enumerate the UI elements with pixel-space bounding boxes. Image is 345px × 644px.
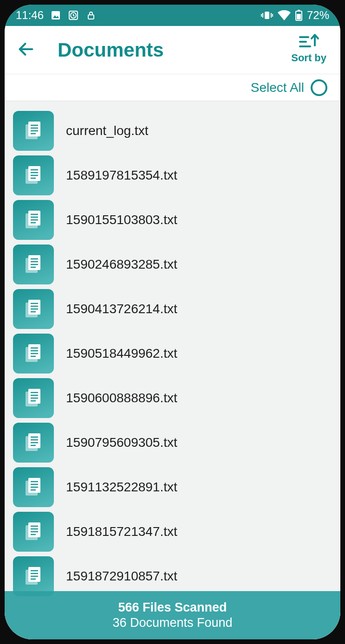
svg-rect-9 (272, 14, 273, 17)
document-icon (13, 334, 54, 374)
battery-icon (295, 10, 302, 21)
file-name: 1590795609305.txt (66, 435, 177, 450)
file-row[interactable]: 1590795609305.txt (5, 420, 340, 465)
found-count: 36 Documents Found (112, 616, 232, 630)
file-row[interactable]: 1590155103803.txt (5, 198, 340, 242)
page-title: Documents (58, 39, 164, 61)
sort-by-button[interactable]: Sort by (291, 32, 326, 64)
file-row[interactable]: 1591815721347.txt (5, 509, 340, 554)
status-right: 72% (261, 9, 329, 22)
file-name: 1591872910857.txt (66, 569, 177, 584)
file-name: 1590155103803.txt (66, 213, 177, 227)
document-icon (13, 155, 54, 195)
file-name: 1590518449962.txt (66, 346, 177, 361)
document-icon (13, 512, 54, 552)
file-row[interactable]: current_log.txt (5, 109, 340, 153)
file-list[interactable]: current_log.txt1589197815354.txt15901551… (5, 101, 340, 639)
file-name: 1590413726214.txt (66, 302, 177, 316)
document-icon (13, 378, 54, 418)
footer-bar: 566 Files Scanned 36 Documents Found (5, 591, 340, 639)
document-icon (13, 467, 54, 507)
svg-rect-7 (261, 14, 262, 17)
vibrate-icon (261, 11, 273, 20)
lock-icon (85, 10, 97, 21)
file-name: 1590246893285.txt (66, 257, 177, 272)
select-all-bar: Select All (5, 74, 340, 101)
status-bar: 11:46 72% (5, 5, 340, 26)
svg-rect-8 (271, 13, 272, 18)
wifi-icon (278, 10, 291, 20)
file-name: current_log.txt (66, 123, 148, 138)
sort-icon (298, 32, 319, 50)
file-row[interactable]: 1590413726214.txt (5, 287, 340, 331)
battery-text: 72% (307, 9, 329, 22)
status-time: 11:46 (16, 9, 44, 22)
file-name: 1591815721347.txt (66, 524, 177, 539)
file-row[interactable]: 1589197815354.txt (5, 153, 340, 198)
clock-icon (68, 10, 79, 21)
document-icon (13, 423, 54, 463)
file-name: 1589197815354.txt (66, 168, 177, 183)
document-icon (13, 289, 54, 329)
app-bar: Documents Sort by (5, 26, 340, 74)
document-icon (13, 111, 54, 151)
svg-rect-5 (265, 12, 269, 19)
back-button[interactable] (17, 40, 37, 60)
document-icon (13, 200, 54, 240)
file-row[interactable]: 1590246893285.txt (5, 242, 340, 287)
device-frame: 11:46 72% Doc (5, 5, 340, 639)
svg-rect-6 (262, 13, 263, 18)
select-all-label: Select All (251, 80, 304, 95)
select-all-checkbox[interactable] (311, 79, 327, 96)
svg-rect-12 (297, 14, 301, 19)
document-icon (13, 245, 54, 284)
image-icon (50, 10, 61, 21)
svg-rect-11 (298, 10, 300, 11)
file-row[interactable]: 1590600888896.txt (5, 376, 340, 420)
scanned-count: 566 Files Scanned (118, 600, 227, 615)
svg-rect-0 (52, 11, 60, 19)
status-left: 11:46 (16, 9, 97, 22)
file-name: 1590600888896.txt (66, 391, 177, 406)
file-name: 1591132522891.txt (66, 480, 177, 495)
document-icon (13, 556, 54, 596)
sort-by-label: Sort by (291, 52, 326, 64)
file-row[interactable]: 1591132522891.txt (5, 465, 340, 509)
file-row[interactable]: 1590518449962.txt (5, 331, 340, 376)
svg-rect-4 (88, 15, 94, 19)
